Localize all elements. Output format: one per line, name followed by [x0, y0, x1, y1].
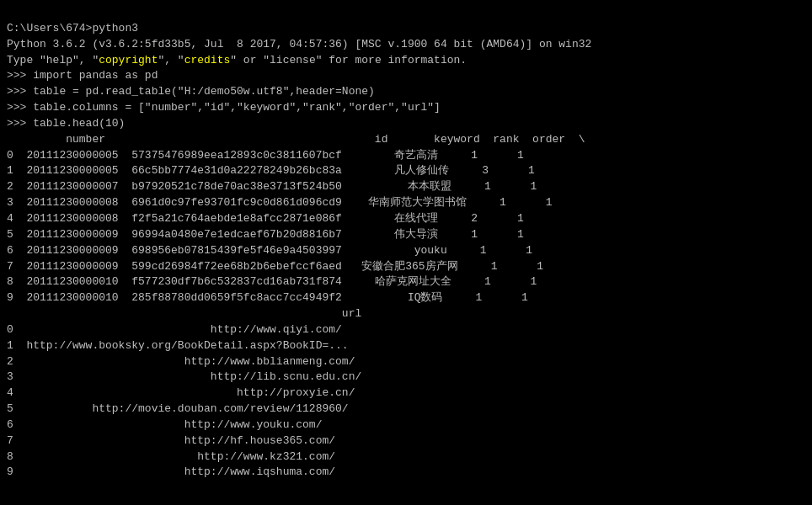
url-row: 9 http://www.iqshuma.com/ [7, 465, 335, 478]
url-row: 4 http://proxyie.cn/ [7, 386, 355, 399]
url-header: url [7, 307, 361, 320]
table-row: 8 20111230000010 f577230df7b6c532837cd16… [7, 275, 537, 288]
table-row: 6 20111230000009 698956eb07815439fe5f46e… [7, 244, 532, 257]
credits-text: credits [184, 54, 231, 66]
cmd2: >>> table = pd.read_table("H:/demo50w.ut… [7, 85, 375, 98]
url-row: 6 http://www.youku.com/ [7, 418, 322, 431]
table-row: 1 20111230000005 66c5bb7774e31d0a2227824… [7, 164, 535, 177]
url-row: 1 http://www.booksky.org/BookDetail.aspx… [7, 339, 349, 352]
url-row: 7 http://hf.house365.com/ [7, 434, 335, 447]
table-row: 5 20111230000009 96994a0480e7e1edcaef67b… [7, 228, 524, 241]
table-row: 2 20111230000007 b97920521c78de70ac38e37… [7, 180, 537, 193]
table-row: 3 20111230000008 6961d0c97fe93701fc9c0d8… [7, 196, 553, 209]
type-hint-line: Type "help", "copyright", "credits" or "… [7, 54, 467, 66]
url-row: 5 http://movie.douban.com/review/1128960… [7, 402, 349, 415]
cmd3: >>> table.columns = ["number","id","keyw… [7, 101, 441, 114]
url-row: 3 http://lib.scnu.edu.cn/ [7, 370, 361, 383]
python-version-line: Python 3.6.2 (v3.6.2:5fd33b5, Jul 8 2017… [7, 38, 591, 50]
table-row: 4 20111230000008 f2f5a21c764aebde1e8afcc… [7, 212, 524, 225]
table-row: 0 20111230000005 57375476989eea12893c0c3… [7, 149, 524, 162]
copyright-text: copyright [99, 54, 158, 66]
url-section: url 0 http://www.qiyi.com/ 1 http://www.… [7, 306, 805, 481]
url-row: 2 http://www.bblianmeng.com/ [7, 355, 355, 368]
cmd1: >>> import pandas as pd [7, 69, 158, 82]
terminal-window: C:\Users\674>python3 Python 3.6.2 (v3.6.… [7, 5, 805, 148]
prompt-line: C:\Users\674>python3 [7, 22, 138, 35]
data-rows: 0 20111230000005 57375476989eea12893c0c3… [7, 148, 805, 306]
url-row: 8 http://www.kz321.com/ [7, 450, 335, 463]
table-row: 9 20111230000010 285f88780dd0659f5fc8acc… [7, 291, 528, 304]
url-row: 0 http://www.qiyi.com/ [7, 323, 342, 336]
table-header: number id keyword rank order \ [7, 133, 585, 146]
cmd4: >>> table.head(10) [7, 117, 125, 130]
table-row: 7 20111230000009 599cd26984f72ee68b2b6eb… [7, 260, 543, 273]
